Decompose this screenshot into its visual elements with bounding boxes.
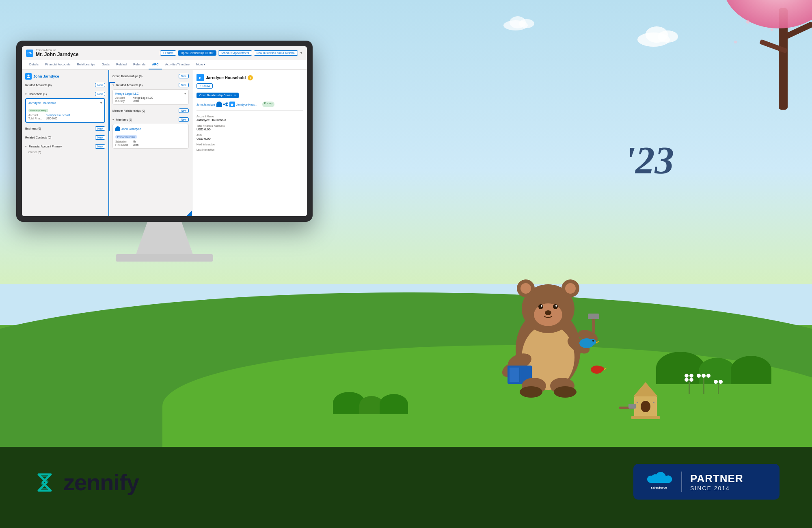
household-card-dropdown[interactable]: ▾ bbox=[100, 101, 102, 105]
svg-marker-33 bbox=[633, 382, 658, 396]
middle-panel: Group Relationships (0) New ▾ Related Ac… bbox=[109, 70, 192, 216]
household-detail-name: Jarndyce Household bbox=[206, 76, 246, 80]
kenge-legal-card[interactable]: Kenge Legal LLC ▾ Account Kenge Legal LL… bbox=[112, 89, 189, 105]
sf-tabs: Details Financial Accounts Relationships… bbox=[22, 60, 307, 70]
related-persons-row: John Jarndyce Jamdyce Hous... Primary bbox=[197, 102, 303, 111]
group-relationships-label: Group Relationships (0) bbox=[112, 75, 143, 78]
related-accounts-mid-row: ▾ Related Accounts (1) New bbox=[112, 82, 189, 88]
new-business-button[interactable]: New Business Lead & Referral bbox=[254, 50, 298, 56]
household-collapse-icon[interactable]: ▾ bbox=[25, 93, 27, 96]
monitor-outer: PA Person Account Mr. John Jarndyce + Fo… bbox=[16, 41, 313, 222]
members-new[interactable]: New bbox=[179, 117, 189, 122]
kenge-account-value: Kenge Legal LLC bbox=[133, 96, 153, 99]
bear-illustration bbox=[487, 244, 609, 406]
tab-financial-accounts[interactable]: Financial Accounts bbox=[42, 60, 74, 69]
monitor-wrapper: PA Person Account Mr. John Jarndyce + Fo… bbox=[16, 41, 313, 262]
member-relationships-new[interactable]: New bbox=[179, 108, 189, 113]
household-follow-btn[interactable]: + Follow bbox=[197, 83, 213, 89]
arc-content: John Jarndyce Related Accounts (0) New ▾… bbox=[22, 70, 307, 216]
total-financial-field: Total Financial Accounts USD 0.00 bbox=[197, 124, 303, 131]
related-accounts-mid-collapse[interactable]: ▾ bbox=[112, 84, 114, 87]
person-icon bbox=[25, 73, 32, 80]
total-financial-label: Total Financial Accounts bbox=[197, 124, 303, 127]
person-header: John Jarndyce bbox=[25, 73, 105, 80]
household-open-rel-btn[interactable]: Open Relationship Center ▾ bbox=[197, 93, 239, 98]
financial-account-sub: Owner (6) bbox=[25, 151, 105, 154]
related-share-icon bbox=[223, 102, 228, 107]
svg-point-42 bbox=[226, 102, 228, 104]
john-member-card[interactable]: John Jarndyce Primary Member Salutation … bbox=[112, 124, 189, 149]
zennify-icon bbox=[32, 470, 57, 495]
monitor-stand bbox=[136, 222, 193, 254]
member-relationships-row: Member Relationships (0) New bbox=[112, 108, 189, 114]
left-shrubs bbox=[333, 392, 408, 414]
related-contacts-new[interactable]: New bbox=[95, 135, 105, 140]
svg-point-12 bbox=[545, 310, 551, 315]
related-contacts-row: Related Contacts (0) New bbox=[25, 134, 105, 141]
next-interaction-field: Next Interaction bbox=[197, 143, 303, 146]
related-accounts-mid-new[interactable]: New bbox=[179, 83, 189, 87]
dropdown-chevron[interactable]: ▼ bbox=[300, 51, 303, 55]
kenge-account-field: Account Kenge Legal LLC bbox=[115, 96, 186, 99]
tab-referrals[interactable]: Referrals bbox=[130, 60, 149, 69]
last-interaction-label: Last Interaction bbox=[197, 148, 303, 151]
kenge-dropdown[interactable]: ▾ bbox=[184, 92, 186, 95]
account-name-label: Account Name bbox=[197, 115, 303, 118]
business-new[interactable]: New bbox=[95, 126, 105, 131]
household-new[interactable]: New bbox=[95, 92, 105, 96]
hammer bbox=[617, 400, 637, 414]
svg-point-31 bbox=[598, 366, 604, 371]
tab-goals[interactable]: Goals bbox=[99, 60, 113, 69]
tab-more[interactable]: More ▾ bbox=[193, 60, 209, 69]
tab-relationships[interactable]: Relationships bbox=[73, 60, 98, 69]
tab-arc[interactable]: ARC bbox=[149, 60, 162, 69]
svg-point-43 bbox=[226, 105, 228, 106]
financial-account-collapse[interactable]: ▾ bbox=[25, 145, 27, 148]
related-john-name: John Jarndyce bbox=[197, 103, 215, 106]
related-john-icon bbox=[216, 102, 222, 107]
aum-label: AUM bbox=[197, 134, 303, 136]
zennify-text: zennify bbox=[63, 469, 139, 496]
household-follow-row: + Follow bbox=[197, 83, 303, 89]
john-person-icon bbox=[115, 126, 120, 131]
svg-rect-40 bbox=[628, 404, 636, 409]
related-accounts-mid-label: Related Accounts (1) bbox=[116, 84, 143, 87]
household-label: Household (1) bbox=[29, 93, 47, 95]
household-open-rel-dropdown: ▾ bbox=[234, 94, 236, 97]
svg-point-10 bbox=[541, 305, 542, 307]
household-card-title: Jarndyce Household ▾ bbox=[28, 101, 102, 105]
tab-related[interactable]: Related bbox=[113, 60, 130, 69]
last-interaction-field: Last Interaction bbox=[197, 148, 303, 151]
partner-title: PARTNER bbox=[690, 472, 743, 485]
svg-point-41 bbox=[28, 75, 30, 77]
schedule-button[interactable]: Schedule Appointment bbox=[218, 50, 252, 56]
svg-point-38 bbox=[653, 402, 654, 403]
svg-rect-20 bbox=[510, 368, 520, 382]
group-relationships-new[interactable]: New bbox=[179, 74, 189, 78]
svg-rect-18 bbox=[588, 314, 599, 319]
tab-details[interactable]: Details bbox=[26, 60, 42, 69]
kenge-industry-field: Industry Other bbox=[115, 100, 186, 102]
household-section-header: ▾ Household (1) New bbox=[25, 91, 105, 97]
sf-record-type: Person Account bbox=[36, 49, 158, 52]
tab-activities[interactable]: ActivitiesTimeLine bbox=[162, 60, 193, 69]
primary-member-badge: Primary Member bbox=[115, 135, 137, 138]
sf-header-info: Person Account Mr. John Jarndyce bbox=[36, 49, 158, 57]
partner-since: SINCE 2014 bbox=[690, 485, 743, 491]
financial-account-new[interactable]: New bbox=[95, 144, 105, 149]
kenge-industry-value: Other bbox=[133, 100, 139, 102]
household-card[interactable]: Jarndyce Household ▾ Primary Group Accou… bbox=[25, 98, 105, 123]
primary-group-badge: Primary Group bbox=[28, 109, 48, 112]
zennify-logo: zennify bbox=[32, 469, 139, 496]
household-account-field: Account Jarndyce Household bbox=[28, 114, 102, 117]
svg-point-9 bbox=[553, 304, 558, 309]
salesforce-logo: salesforce bbox=[645, 471, 673, 492]
household-alert-icon: ! bbox=[248, 75, 253, 80]
follow-button[interactable]: + Follow bbox=[160, 50, 176, 56]
kenge-corner-indicator bbox=[186, 210, 192, 216]
open-relationship-button[interactable]: Open Relationship Center bbox=[178, 50, 216, 56]
related-accounts-label: Related Accounts (0) bbox=[25, 84, 52, 87]
members-collapse[interactable]: ▾ bbox=[112, 118, 114, 121]
member-relationships-label: Member Relationships (0) bbox=[112, 109, 145, 112]
related-accounts-new[interactable]: New bbox=[95, 83, 105, 87]
